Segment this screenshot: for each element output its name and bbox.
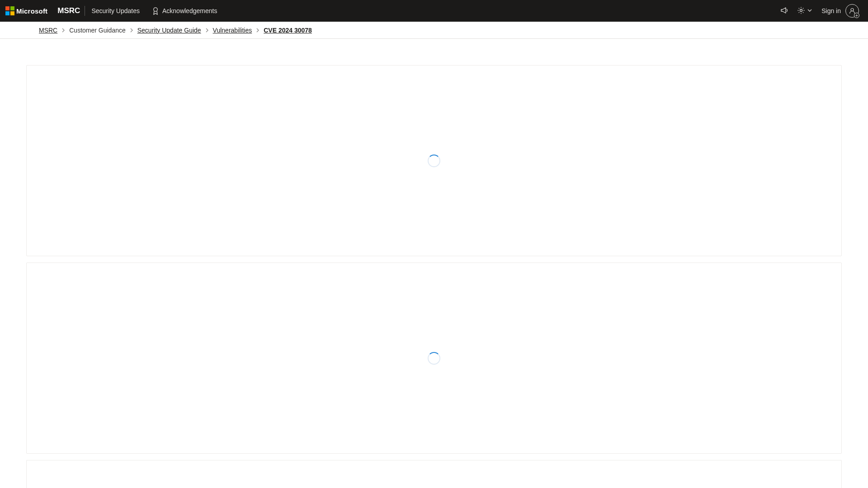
- nav-security-updates[interactable]: Security Updates: [85, 0, 146, 22]
- chevron-down-icon: [807, 7, 812, 14]
- svg-rect-2: [5, 11, 9, 15]
- loading-card-2: [26, 263, 842, 454]
- breadcrumb-vulnerabilities[interactable]: Vulnerabilities: [213, 27, 252, 34]
- breadcrumb: MSRC Customer Guidance Security Update G…: [0, 22, 868, 39]
- svg-point-5: [800, 9, 802, 11]
- sign-in-label: Sign in: [821, 7, 841, 14]
- microsoft-logo[interactable]: Microsoft: [5, 6, 49, 15]
- ribbon-icon: [152, 7, 159, 15]
- svg-rect-1: [10, 6, 14, 10]
- spinner-icon: [428, 352, 440, 365]
- nav-security-updates-label: Security Updates: [91, 7, 140, 14]
- chevron-right-icon: [57, 28, 69, 33]
- sign-in-button[interactable]: Sign in +: [817, 4, 862, 18]
- svg-rect-0: [5, 6, 9, 10]
- breadcrumb-msrc[interactable]: MSRC: [39, 27, 57, 34]
- spinner-icon: [428, 155, 440, 167]
- chevron-right-icon: [201, 28, 213, 33]
- feedback-button[interactable]: [776, 3, 793, 19]
- megaphone-icon: [780, 6, 788, 16]
- svg-point-4: [154, 8, 157, 11]
- plus-icon: +: [854, 13, 859, 18]
- settings-button[interactable]: [794, 3, 815, 19]
- gear-icon: [797, 6, 805, 16]
- loading-card-3: [26, 460, 842, 488]
- header-actions: Sign in +: [776, 3, 863, 19]
- app-header: Microsoft MSRC Security Updates Acknowle…: [0, 0, 868, 22]
- brand-msrc-link[interactable]: MSRC: [57, 6, 85, 15]
- avatar-placeholder: +: [845, 4, 859, 18]
- svg-rect-3: [10, 11, 14, 15]
- breadcrumb-customer-guidance: Customer Guidance: [69, 27, 126, 34]
- microsoft-logo-icon: [5, 6, 14, 15]
- site-brand-group: MSRC Security Updates Acknowledgements: [57, 0, 223, 22]
- nav-acknowledgements[interactable]: Acknowledgements: [146, 0, 223, 22]
- breadcrumb-security-update-guide[interactable]: Security Update Guide: [137, 27, 201, 34]
- microsoft-wordmark: Microsoft: [16, 7, 47, 15]
- svg-point-6: [851, 9, 854, 11]
- page-content: [0, 39, 868, 488]
- breadcrumb-current[interactable]: CVE 2024 30078: [264, 27, 312, 34]
- chevron-right-icon: [252, 28, 264, 33]
- chevron-right-icon: [126, 28, 137, 33]
- nav-acknowledgements-label: Acknowledgements: [162, 7, 217, 14]
- loading-card-1: [26, 65, 842, 256]
